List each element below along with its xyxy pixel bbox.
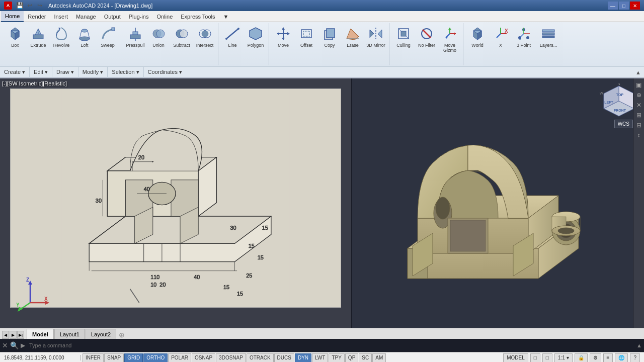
view-btn-3[interactable]: ✕	[634, 101, 643, 110]
menu-more[interactable]: ▼	[219, 11, 233, 22]
menu-express[interactable]: Express Tools	[177, 11, 219, 22]
snap-sc[interactable]: SC	[359, 353, 372, 363]
modify-dropdown[interactable]: Modify ▾	[78, 67, 108, 78]
snap-osnap[interactable]: OSNAP	[192, 353, 215, 363]
coordinates-dropdown[interactable]: Coordinates ▾	[144, 67, 186, 78]
snap-otrack[interactable]: OTRACK	[247, 353, 274, 363]
snap-snap[interactable]: SNAP	[104, 353, 124, 363]
view-btn-6[interactable]: ↕	[634, 131, 643, 140]
ribbon-btn-culling[interactable]: Culling	[392, 24, 415, 49]
model-space-btn[interactable]: MODEL	[503, 353, 528, 363]
ribbon-btn-sweep[interactable]: Sweep	[97, 24, 119, 49]
view-btn-4[interactable]: ⊞	[634, 111, 643, 120]
ribbon-collapse[interactable]: ▲	[632, 69, 644, 75]
settings-btn[interactable]: ⚙	[590, 353, 601, 363]
ribbon-btn-loft[interactable]: Loft	[73, 24, 96, 49]
ribbon-btn-extrude[interactable]: Extrude	[27, 24, 49, 49]
snap-qp[interactable]: QP	[345, 353, 358, 363]
vp-btn-1[interactable]: □	[530, 353, 540, 363]
snap-ducs[interactable]: DUCS	[274, 353, 294, 363]
view-cube[interactable]: TOP LEFT FRONT N S W	[599, 83, 634, 119]
selection-dropdown[interactable]: Selection ▾	[108, 67, 143, 78]
svg-marker-51	[448, 28, 451, 30]
ribbon-btn-intersect[interactable]: Intersect	[194, 24, 216, 49]
ribbon-btn-union[interactable]: Union	[147, 24, 170, 49]
tab-layout2[interactable]: Layout2	[86, 329, 116, 339]
right-viewport[interactable]: TOP LEFT FRONT N S W WCS ▣ ⊕ ✕ ⊞ ⊟ ↕	[352, 78, 644, 328]
ribbon-btn-nofilter[interactable]: No Filter	[416, 24, 438, 49]
view-btn-2[interactable]: ⊕	[634, 90, 643, 100]
menu-manage[interactable]: Manage	[72, 11, 100, 22]
ribbon-btn-polygon[interactable]: Polygon	[245, 24, 267, 49]
close-button[interactable]: ✕	[630, 2, 640, 10]
ribbon-btn-3dmirror[interactable]: 3D Mirror	[365, 24, 387, 49]
globe-btn[interactable]: 🌐	[615, 353, 628, 363]
menu-output[interactable]: Output	[100, 11, 125, 22]
erase-icon	[345, 26, 361, 42]
viewport-label: [-][SW Isometric][Realistic]	[2, 80, 67, 86]
tab-next-btn[interactable]: ▶	[10, 331, 17, 339]
cmd-scroll-btn[interactable]: ▲	[636, 342, 642, 348]
view-btn-5[interactable]: ⊟	[634, 121, 643, 130]
view-btn-1[interactable]: ▣	[634, 80, 643, 89]
menu-home[interactable]: Home	[1, 11, 24, 22]
app-icon: A	[4, 2, 12, 10]
menu-plugins[interactable]: Plug-ins	[125, 11, 153, 22]
right-toolbar: ▣ ⊕ ✕ ⊞ ⊟ ↕	[633, 78, 644, 328]
ribbon-btn-revolve[interactable]: Revolve	[50, 24, 72, 49]
svg-point-25	[237, 28, 239, 30]
tab-add-btn[interactable]: ⊕	[119, 331, 125, 339]
svg-text:W: W	[600, 92, 603, 95]
drawing-canvas[interactable]: 20 40 30 110 40	[10, 88, 341, 308]
svg-text:LEFT: LEFT	[604, 101, 613, 104]
menu-online[interactable]: Online	[152, 11, 177, 22]
undo-btn[interactable]: ↩	[25, 1, 34, 10]
snap-am[interactable]: AM	[372, 353, 386, 363]
maximize-button[interactable]: □	[619, 2, 629, 10]
title-text: Autodesk AutoCAD 2024 - [Drawing1.dwg]	[48, 3, 152, 9]
snap-polar[interactable]: POLAR	[168, 353, 191, 363]
ribbon-btn-presspull[interactable]: Presspull	[124, 24, 146, 49]
snap-dyn[interactable]: DYN	[295, 353, 311, 363]
ribbon-btn-xcord[interactable]: X X	[490, 24, 512, 49]
snap-3dosnap[interactable]: 3DOSNAP	[216, 353, 246, 363]
snap-tpy[interactable]: TPY	[329, 353, 344, 363]
ribbon-btn-subtract[interactable]: Subtract	[171, 24, 193, 49]
menu-btn[interactable]: ≡	[603, 353, 613, 363]
ribbon-btn-offset[interactable]: Offset	[295, 24, 317, 49]
snap-lwt[interactable]: LWT	[312, 353, 328, 363]
wcs-button[interactable]: WCS	[614, 120, 633, 128]
left-viewport[interactable]: [-][SW Isometric][Realistic]	[0, 78, 352, 328]
scale-btn[interactable]: 1:1 ▾	[554, 353, 573, 363]
draw-dropdown[interactable]: Draw ▾	[52, 67, 78, 78]
tab-last-btn[interactable]: ▶|	[17, 331, 24, 339]
help-btn[interactable]: ?	[630, 353, 640, 363]
quick-access-btn[interactable]: 💾	[15, 1, 24, 10]
redo-btn[interactable]: ↪	[35, 1, 44, 10]
menu-insert[interactable]: Insert	[50, 11, 72, 22]
tab-prev-btn[interactable]: ◀	[2, 331, 9, 339]
lock-btn[interactable]: 🔒	[575, 353, 588, 363]
snap-ortho[interactable]: ORTHO	[143, 353, 168, 363]
cmd-search-btn[interactable]: 🔍	[10, 341, 19, 349]
ribbon-btn-threepoint[interactable]: 3 3 Point	[513, 24, 535, 49]
create-dropdown[interactable]: Create ▾	[0, 67, 30, 78]
tab-model[interactable]: Model	[27, 329, 54, 339]
edit-dropdown[interactable]: Edit ▾	[30, 67, 52, 78]
snap-grid[interactable]: GRID	[124, 353, 143, 363]
ribbon-btn-movegizmo[interactable]: Move Gizmo	[439, 24, 461, 54]
ribbon-btn-erase[interactable]: Erase	[342, 24, 364, 49]
ribbon-btn-layers[interactable]: Layers...	[536, 24, 561, 49]
ribbon-btn-box[interactable]: Box	[4, 24, 26, 49]
tab-layout1[interactable]: Layout1	[54, 329, 85, 339]
command-input[interactable]	[27, 342, 634, 348]
ribbon-btn-line[interactable]: Line	[221, 24, 244, 49]
vp-btn-2[interactable]: □	[542, 353, 552, 363]
ribbon-btn-world[interactable]: World	[466, 24, 489, 49]
ribbon-btn-copy[interactable]: Copy	[318, 24, 341, 49]
minimize-button[interactable]: —	[608, 2, 618, 10]
menu-render[interactable]: Render	[24, 11, 50, 22]
cmd-close-btn[interactable]: ✕	[2, 341, 8, 349]
snap-infer[interactable]: INFER	[83, 353, 104, 363]
ribbon-btn-move[interactable]: Move	[272, 24, 294, 49]
